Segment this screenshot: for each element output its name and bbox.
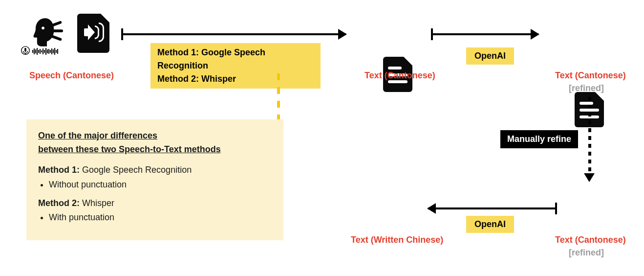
- arrow-openai-1: [431, 33, 538, 35]
- arrow-openai-2: [428, 207, 556, 209]
- info-box-m1-bullet: Without punctuation: [49, 178, 272, 192]
- node-sub-refined-1: [refined]: [569, 83, 604, 93]
- node-label-speech: Speech (Cantonese): [29, 70, 114, 81]
- node-sub-refined-2: [refined]: [569, 248, 604, 258]
- info-box-m2-bullet: With punctuation: [49, 211, 272, 225]
- microphone-waveform-icon: [21, 46, 58, 57]
- method2-line: Method 2: Whisper: [157, 72, 314, 86]
- diagram-stage: Speech (Cantonese) Method 1: Google Spee…: [0, 0, 644, 276]
- node-label-written-chinese: Text (Written Chinese): [351, 235, 443, 245]
- method1-line: Method 1: Google Speech Recognition: [157, 46, 314, 72]
- arrow-tail-tick: [555, 203, 557, 214]
- node-label-text-cantonese: Text (Cantonese): [365, 70, 435, 81]
- manual-refine-chip: Manually refine: [500, 130, 578, 148]
- info-box: One of the major differences between the…: [26, 119, 283, 240]
- openai-chip-2: OpenAI: [466, 216, 514, 233]
- info-box-method2: Method 2: Whisper With punctuation: [38, 197, 272, 225]
- node-label-text-cantonese-refined-1: Text (Cantonese): [555, 70, 626, 81]
- info-box-method1: Method 1: Google Speech Recognition With…: [38, 163, 272, 192]
- openai-chip-1: OpenAI: [466, 47, 514, 65]
- arrow-speech-to-text: [121, 33, 346, 35]
- svg-point-0: [42, 26, 44, 29]
- audio-file-icon: [77, 14, 109, 53]
- arrow-tail-tick: [431, 28, 433, 40]
- node-label-text-cantonese-refined-2: Text (Cantonese): [555, 235, 626, 245]
- waveform-icon: [32, 48, 58, 55]
- microphone-icon: [21, 46, 30, 57]
- speaking-head-icon: [29, 15, 64, 50]
- info-box-title: One of the major differences between the…: [38, 129, 272, 157]
- svg-rect-2: [24, 48, 26, 52]
- arrow-tail-tick: [121, 28, 123, 40]
- methods-chip: Method 1: Google Speech Recognition Meth…: [150, 43, 321, 89]
- arrow-manual-refine: [588, 97, 591, 181]
